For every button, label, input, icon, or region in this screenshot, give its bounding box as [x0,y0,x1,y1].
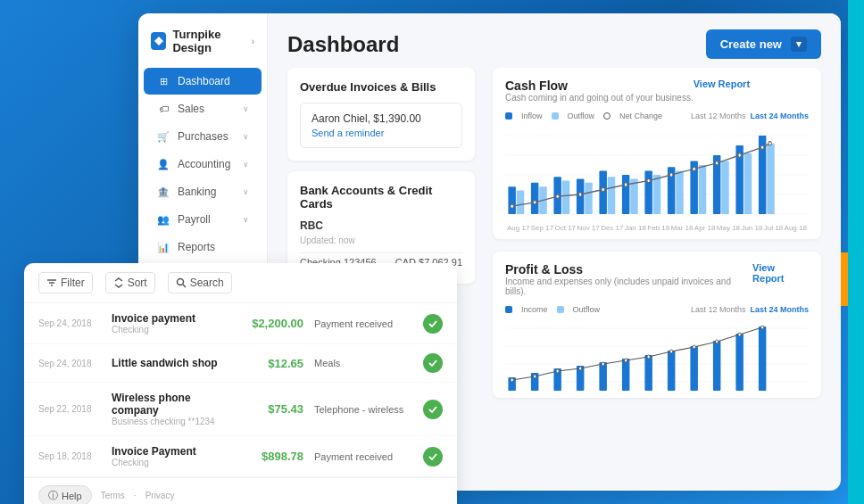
txn-date: Sep 18, 2018 [38,451,101,461]
profit-svg [505,319,809,391]
svg-rect-14 [608,177,616,214]
cashflow-chart [505,126,809,224]
sidebar-item-label: Payroll [178,213,211,226]
create-new-button[interactable]: Create new ▾ [706,29,821,59]
svg-point-38 [715,161,718,165]
txn-check-icon [423,353,443,373]
cashflow-subtitle: Cash coming in and going out of your bus… [505,93,694,103]
svg-rect-13 [599,171,607,214]
svg-point-29 [511,204,513,208]
txn-category: Payment received [314,318,412,329]
inflow-legend-dot [505,112,512,120]
txn-amount: $12.65 [241,357,303,370]
help-circle-icon: ⓘ [48,489,58,502]
txn-name: Invoice payment [112,312,230,325]
svg-point-30 [533,201,536,204]
banking-icon: 🏦 [156,185,170,199]
brand-arrow: › [252,37,254,46]
txn-category: Meals [314,358,412,368]
txn-date: Sep 22, 2018 [38,404,101,414]
profit-loss-section: Profit & Loss Income and expenses only (… [493,252,821,398]
svg-point-62 [602,362,604,366]
txn-check-icon [423,447,443,467]
create-btn-arrow: ▾ [791,37,807,52]
chevron-icon: ∨ [243,132,249,141]
netchange-label: Net Change [619,112,662,120]
table-row: Sep 24, 2018 Invoice payment Checking $2… [24,303,457,344]
svg-line-74 [183,285,186,287]
txn-amount: $75.43 [241,402,303,416]
filter-button[interactable]: Filter [38,272,93,293]
sidebar-item-label: Purchases [178,130,228,143]
profit-chart [505,319,809,391]
svg-point-64 [647,355,650,359]
sidebar-item-accounting[interactable]: 👤 Accounting ∨ [144,151,262,178]
send-reminder-link[interactable]: Send a reminder [312,128,451,138]
cashflow-view-report[interactable]: View Report [694,78,750,89]
table-row: Sep 18, 2018 Invoice Payment Checking $8… [24,436,457,477]
transaction-footer: ⓘ Help Terms · Privacy [24,477,457,504]
page-title: Dashboard [287,32,706,57]
invoice-name: Aaron Chiel, $1,390.00 [312,112,451,125]
overdue-title: Overdue Invoices & Bills [300,80,462,94]
txn-category: Telephone - wireless [314,404,412,415]
svg-point-37 [693,167,695,170]
svg-rect-5 [508,186,516,214]
invoice-item: Aaron Chiel, $1,390.00 Send a reminder [300,103,462,148]
svg-rect-10 [562,181,570,214]
outflow-legend-dot [552,112,559,120]
svg-point-60 [556,369,559,373]
profit-outflow-legend-dot [557,306,564,313]
sidebar-item-sales[interactable]: 🏷 Sales ∨ [144,95,262,122]
sidebar-item-dashboard[interactable]: ⊞ Dashboard [144,68,262,95]
txn-info: Invoice payment Checking [112,312,230,335]
svg-point-67 [715,340,718,343]
sidebar-item-payroll[interactable]: 👥 Payroll ∨ [144,206,262,233]
sidebar-item-reports[interactable]: 📊 Reports [144,234,262,260]
profit-view-report[interactable]: View Report [752,262,809,284]
svg-point-35 [647,178,650,182]
svg-rect-51 [622,359,630,391]
txn-check-icon [423,314,443,334]
profit-outflow-label: Outflow [573,305,601,314]
filter-icon [46,277,57,288]
right-column: Cash Flow Cash coming in and going out o… [493,68,821,482]
sidebar-item-purchases[interactable]: 🛒 Purchases ∨ [144,123,262,150]
chevron-icon: ∨ [243,104,249,113]
svg-rect-54 [690,346,698,391]
netchange-legend-dot [603,112,611,120]
txn-date: Sep 24, 2018 [38,359,101,368]
search-icon [176,277,187,288]
sidebar-item-label: Sales [178,103,204,115]
terms-link[interactable]: Terms [101,491,125,500]
separator: · [134,491,137,500]
svg-rect-15 [622,175,630,214]
txn-amount: $2,200.00 [241,317,303,330]
privacy-link[interactable]: Privacy [145,491,175,500]
sort-button[interactable]: Sort [105,272,155,293]
search-button[interactable]: Search [168,272,232,293]
svg-point-61 [578,367,581,370]
svg-rect-12 [585,183,593,214]
svg-rect-22 [699,165,707,214]
svg-point-69 [760,326,763,329]
table-row: Sep 22, 2018 Wireless phone company Busi… [24,383,457,436]
txn-category: Payment received [314,451,412,462]
transaction-panel: Filter Sort Search Sep 24, 2018 Invoice … [24,263,457,504]
svg-rect-24 [721,161,729,214]
txn-sub: Business checking **1234 [112,417,230,426]
help-button[interactable]: ⓘ Help [38,485,92,504]
svg-point-65 [669,350,672,353]
svg-point-32 [578,193,581,196]
reports-icon: 📊 [156,240,170,254]
sort-icon [113,277,124,288]
sidebar-item-banking[interactable]: 🏦 Banking ∨ [144,178,262,205]
svg-point-36 [669,173,672,177]
accounting-icon: 👤 [156,157,170,171]
svg-point-63 [624,359,627,362]
svg-point-34 [624,183,627,186]
brand-name: Turnpike Design [172,28,251,54]
svg-point-58 [511,378,513,382]
teal-accent-bar [848,0,864,504]
svg-point-66 [693,345,695,349]
